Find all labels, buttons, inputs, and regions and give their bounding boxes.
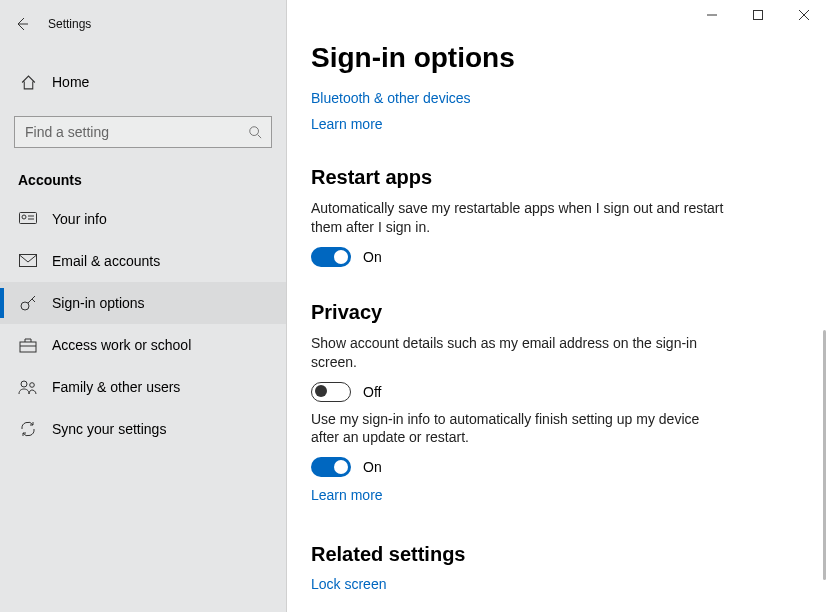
nav-signin-options[interactable]: Sign-in options xyxy=(0,282,286,324)
svg-point-0 xyxy=(250,127,259,136)
svg-point-7 xyxy=(30,383,35,388)
nav-label: Your info xyxy=(52,211,107,227)
app-title: Settings xyxy=(48,17,91,31)
search-box[interactable] xyxy=(14,116,272,148)
maximize-button[interactable] xyxy=(735,0,781,30)
window-controls xyxy=(689,0,827,30)
svg-point-2 xyxy=(22,215,26,219)
section-title-privacy: Privacy xyxy=(311,301,803,324)
home-icon xyxy=(18,74,38,91)
settings-window: Settings Home Accounts Your info E xyxy=(0,0,827,612)
briefcase-icon xyxy=(18,337,38,353)
svg-point-6 xyxy=(21,381,27,387)
nav-label: Sync your settings xyxy=(52,421,166,437)
minimize-button[interactable] xyxy=(689,0,735,30)
svg-rect-8 xyxy=(754,11,763,20)
home-nav[interactable]: Home xyxy=(0,62,286,102)
privacy-desc-2: Use my sign-in info to automatically fin… xyxy=(311,410,731,448)
page-title: Sign-in options xyxy=(311,42,803,74)
section-title-restart-apps: Restart apps xyxy=(311,166,803,189)
toggle-label: On xyxy=(363,459,382,475)
nav-your-info[interactable]: Your info xyxy=(0,198,286,240)
key-icon xyxy=(18,294,38,312)
search-input[interactable] xyxy=(23,123,247,141)
toggle-show-account-details[interactable] xyxy=(311,382,351,402)
toggle-row-show-account-details: Off xyxy=(311,382,803,402)
svg-rect-5 xyxy=(20,342,36,352)
privacy-desc-1: Show account details such as my email ad… xyxy=(311,334,731,372)
close-button[interactable] xyxy=(781,0,827,30)
toggle-use-signin-info[interactable] xyxy=(311,457,351,477)
toggle-restart-apps[interactable] xyxy=(311,247,351,267)
link-lock-screen[interactable]: Lock screen xyxy=(311,576,803,592)
nav-label: Email & accounts xyxy=(52,253,160,269)
search-icon xyxy=(247,125,263,139)
main-panel: Sign-in options Bluetooth & other device… xyxy=(287,0,827,612)
toggle-label: Off xyxy=(363,384,381,400)
home-label: Home xyxy=(52,74,89,90)
link-learn-more[interactable]: Learn more xyxy=(311,116,803,132)
svg-point-4 xyxy=(21,302,29,310)
section-header-accounts: Accounts xyxy=(0,148,286,198)
link-bluetooth-devices[interactable]: Bluetooth & other devices xyxy=(311,90,803,106)
toggle-row-use-signin-info: On xyxy=(311,457,803,477)
nav-label: Access work or school xyxy=(52,337,191,353)
nav-access-work-school[interactable]: Access work or school xyxy=(0,324,286,366)
link-privacy-learn-more[interactable]: Learn more xyxy=(311,487,803,503)
people-icon xyxy=(18,379,38,395)
section-title-related: Related settings xyxy=(311,543,803,566)
sync-icon xyxy=(18,420,38,438)
scrollbar[interactable] xyxy=(823,330,826,580)
back-button[interactable] xyxy=(0,10,44,38)
nav-email-accounts[interactable]: Email & accounts xyxy=(0,240,286,282)
nav-label: Sign-in options xyxy=(52,295,145,311)
mail-icon xyxy=(18,254,38,268)
titlebar: Settings xyxy=(0,10,286,44)
nav-sync-settings[interactable]: Sync your settings xyxy=(0,408,286,450)
nav-family-users[interactable]: Family & other users xyxy=(0,366,286,408)
toggle-row-restart-apps: On xyxy=(311,247,803,267)
restart-apps-desc: Automatically save my restartable apps w… xyxy=(311,199,731,237)
toggle-label: On xyxy=(363,249,382,265)
svg-rect-3 xyxy=(20,255,37,267)
nav-label: Family & other users xyxy=(52,379,180,395)
user-card-icon xyxy=(18,212,38,226)
sidebar: Settings Home Accounts Your info E xyxy=(0,0,287,612)
